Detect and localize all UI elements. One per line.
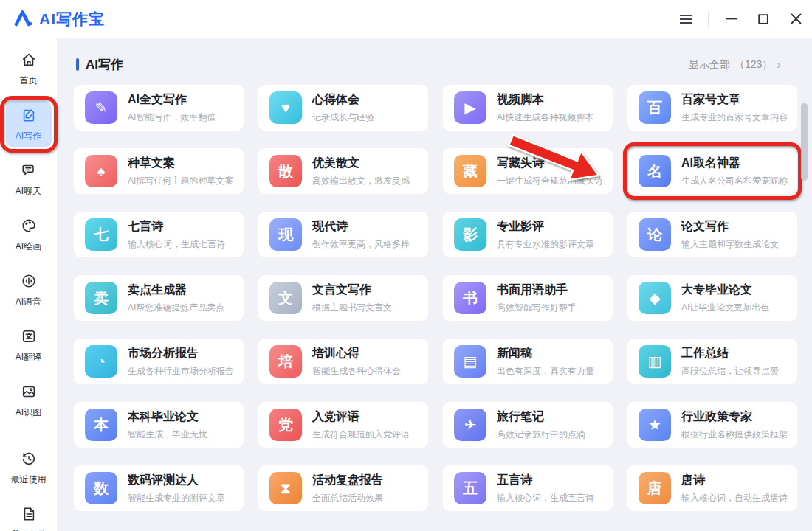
sidebar-item-file[interactable]: 我的文件 bbox=[6, 500, 52, 531]
tool-title: 七言诗 bbox=[128, 219, 225, 235]
tool-card-9[interactable]: 七 七言诗 输入核心词，生成七言诗 bbox=[74, 212, 244, 257]
sidebar: 首页 AI写作 AI聊天 AI绘画 AI语音 AI翻译 AI识图 最近使用 我的… bbox=[0, 38, 58, 531]
tool-subtitle: 输入核心词，生成七言诗 bbox=[128, 238, 225, 251]
sidebar-item-label: AI绘画 bbox=[16, 240, 41, 253]
sidebar-item-image[interactable]: AI识图 bbox=[6, 378, 52, 424]
tool-icon: ♥ bbox=[269, 91, 302, 124]
tool-subtitle: 高效记录旅行中的点滴 bbox=[497, 428, 585, 441]
tool-title: 入党评语 bbox=[312, 409, 410, 425]
tool-subtitle: 记录成长与经验 bbox=[312, 111, 374, 124]
tool-card-27[interactable]: 五 五言诗 输入核心词，生成五言诗 bbox=[443, 465, 613, 511]
tool-card-26[interactable]: ⧗ 活动复盘报告 全面总结活动效果 bbox=[258, 465, 428, 511]
sidebar-item-history[interactable]: 最近使用 bbox=[6, 445, 52, 491]
tool-subtitle: 生成符合规范的入党评语 bbox=[312, 428, 410, 441]
tool-card-25[interactable]: 数 数码评测达人 智能生成专业的测评文章 bbox=[74, 465, 244, 511]
tool-title: 市场分析报告 bbox=[128, 346, 234, 361]
controls-divider bbox=[708, 11, 709, 27]
tool-icon: 数 bbox=[85, 472, 117, 504]
maximize-icon[interactable] bbox=[747, 0, 780, 38]
tool-title: 行业政策专家 bbox=[681, 409, 788, 425]
section-accent-bar bbox=[76, 58, 79, 71]
minimize-icon[interactable] bbox=[715, 0, 747, 38]
sidebar-item-paint[interactable]: AI绘画 bbox=[6, 212, 52, 258]
tool-card-12[interactable]: 论 论文写作 输入主题和字数生成论文 bbox=[627, 212, 797, 257]
tool-title: 五言诗 bbox=[497, 473, 594, 488]
tool-subtitle: 一键生成符合规范的藏头诗 bbox=[497, 175, 603, 187]
tool-icon: 现 bbox=[269, 218, 302, 251]
sidebar-item-label: 首页 bbox=[20, 74, 38, 87]
tool-card-2[interactable]: ♥ 心得体会 记录成长与经验 bbox=[258, 85, 428, 131]
tool-card-7[interactable]: 藏 写藏头诗 一键生成符合规范的藏头诗 bbox=[443, 148, 613, 194]
app-logo: AI写作宝 bbox=[0, 9, 105, 30]
main-content: AI写作 显示全部 （123） › ✎ AI全文写作 AI智能写作，效率翻倍 ♥… bbox=[58, 38, 812, 531]
paint-icon bbox=[21, 218, 37, 237]
tool-title: 新闻稿 bbox=[497, 346, 594, 361]
tool-card-19[interactable]: ▤ 新闻稿 出色有深度，真实有力量 bbox=[443, 339, 613, 384]
scrollbar-thumb[interactable] bbox=[801, 103, 808, 181]
tool-card-23[interactable]: ✈ 旅行笔记 高效记录旅行中的点滴 bbox=[443, 402, 613, 448]
tool-icon: ♠ bbox=[85, 155, 117, 187]
tool-card-21[interactable]: 本 本科毕业论文 智能生成，毕业无忧 bbox=[74, 402, 244, 448]
app-title: AI写作宝 bbox=[39, 9, 105, 30]
sidebar-item-label: AI写作 bbox=[16, 130, 41, 142]
tool-subtitle: 创作效率更高，风格多样 bbox=[312, 238, 410, 251]
tool-title: 本科毕业论文 bbox=[128, 409, 207, 425]
tool-subtitle: 根据主题书写文言文 bbox=[312, 302, 392, 314]
menu-icon[interactable] bbox=[670, 0, 702, 38]
tool-subtitle: 输入核心词，生成五言诗 bbox=[497, 492, 594, 504]
sidebar-item-voice[interactable]: AI语音 bbox=[6, 267, 52, 313]
tool-icon: 文 bbox=[269, 282, 302, 314]
tool-card-24[interactable]: ★ 行业政策专家 根据行业名称提供政策框架 bbox=[627, 402, 797, 448]
tool-subtitle: 输入核心词，自动生成唐诗 bbox=[681, 492, 788, 504]
tool-card-3[interactable]: ▶ 视频脚本 AI快速生成各种视频脚本 bbox=[443, 85, 613, 131]
tool-subtitle: 具有专业水准的影评文章 bbox=[497, 238, 594, 251]
sidebar-item-chat[interactable]: AI聊天 bbox=[6, 156, 52, 203]
tool-card-22[interactable]: 党 入党评语 生成符合规范的入党评语 bbox=[258, 402, 428, 448]
tool-card-14[interactable]: 文 文言文写作 根据主题书写文言文 bbox=[258, 275, 428, 321]
tool-icon: 藏 bbox=[454, 155, 486, 187]
tool-title: 培训心得 bbox=[312, 346, 401, 361]
tool-title: 视频脚本 bbox=[497, 92, 593, 108]
tool-card-17[interactable]: ◔ 市场分析报告 生成各种行业市场分析报告 bbox=[74, 339, 244, 384]
tool-card-15[interactable]: 书 书面用语助手 高效智能写作好帮手 bbox=[443, 275, 613, 321]
tool-title: AI全文写作 bbox=[128, 92, 216, 108]
tool-title: 卖点生成器 bbox=[128, 282, 224, 298]
tool-card-10[interactable]: 现 现代诗 创作效率更高，风格多样 bbox=[258, 212, 428, 257]
tool-card-4[interactable]: 百 百家号文章 生成专业的百家号文章内容 bbox=[627, 85, 797, 131]
sidebar-item-label: AI语音 bbox=[16, 296, 41, 308]
tool-card-1[interactable]: ✎ AI全文写作 AI智能写作，效率翻倍 bbox=[74, 85, 244, 131]
tool-subtitle: AI帮您准确提炼产品卖点 bbox=[128, 302, 224, 314]
tool-title: 论文写作 bbox=[681, 219, 779, 235]
tool-title: 书面用语助手 bbox=[497, 282, 577, 298]
tool-subtitle: 生成人名公司名和爱宠昵称 bbox=[681, 175, 788, 187]
sidebar-item-translate[interactable]: AI翻译 bbox=[6, 322, 52, 369]
tool-card-18[interactable]: 培 培训心得 智能生成各种心得体会 bbox=[258, 339, 428, 384]
sidebar-item-home[interactable]: 首页 bbox=[6, 46, 52, 92]
tool-icon: 论 bbox=[639, 218, 671, 251]
sidebar-item-write[interactable]: AI写作 bbox=[6, 101, 52, 148]
tool-card-20[interactable]: ▥ 工作总结 高段位总结，让领导点赞 bbox=[627, 339, 797, 384]
tool-icon: 卖 bbox=[85, 282, 117, 314]
tool-subtitle: 生成各种行业市场分析报告 bbox=[128, 365, 234, 378]
file-icon bbox=[21, 506, 37, 525]
chevron-right-icon: › bbox=[777, 58, 781, 72]
tool-icon: ✎ bbox=[85, 91, 117, 124]
tool-icon: ★ bbox=[639, 409, 671, 441]
tool-card-8[interactable]: 名 AI取名神器 生成人名公司名和爱宠昵称 bbox=[627, 148, 797, 194]
tool-title: 数码评测达人 bbox=[128, 473, 225, 488]
tool-icon: 本 bbox=[85, 409, 117, 441]
tool-card-5[interactable]: ♠ 种草文案 AI撰写任何主题的种草文案 bbox=[74, 148, 244, 194]
tool-card-6[interactable]: 散 优美散文 高效输出散文，激发灵感 bbox=[258, 148, 428, 194]
tool-title: 现代诗 bbox=[312, 219, 410, 235]
tool-card-16[interactable]: ◆ 大专毕业论文 AI让毕业论文更加出色 bbox=[627, 275, 797, 321]
tool-card-28[interactable]: 唐 唐诗 输入核心词，自动生成唐诗 bbox=[627, 465, 797, 511]
tool-subtitle: AI撰写任何主题的种草文案 bbox=[128, 175, 233, 187]
close-icon[interactable] bbox=[780, 0, 812, 38]
write-icon bbox=[21, 107, 37, 126]
tool-card-11[interactable]: 影 专业影评 具有专业水准的影评文章 bbox=[443, 212, 613, 257]
show-all-button[interactable]: 显示全部 （123） › bbox=[689, 58, 797, 72]
tool-card-13[interactable]: 卖 卖点生成器 AI帮您准确提炼产品卖点 bbox=[74, 275, 244, 321]
show-all-count: （123） bbox=[734, 58, 772, 72]
tool-icon: 培 bbox=[269, 345, 302, 378]
tool-icon: 党 bbox=[269, 409, 302, 441]
